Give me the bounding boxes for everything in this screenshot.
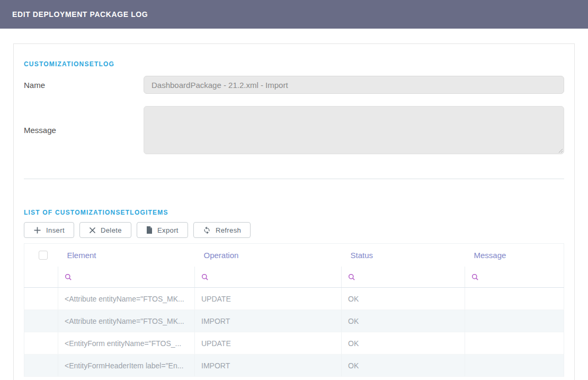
cell-operation: UPDATE [195,288,342,310]
page-title: EDIT DEPLOYMENT PACKAGE LOG [12,10,148,19]
column-header-operation[interactable]: Operation [195,244,342,267]
cell-status: OK [342,355,465,377]
cell-status: OK [342,310,465,332]
table-filter-row [24,267,564,288]
refresh-button-label: Refresh [216,226,241,234]
column-header-status[interactable]: Status [342,244,465,267]
edit-form-panel: CUSTOMIZATIONSETLOG Name Message LIST OF… [13,43,575,380]
plus-icon [33,226,41,234]
delete-button-label: Delete [101,226,122,234]
cell-element: <EntityForm entityName="FTOS_... [58,332,195,355]
select-all-checkbox[interactable] [39,251,48,260]
filter-input-message[interactable] [465,267,564,288]
grid-toolbar: Insert Delete Export Refresh [24,222,564,238]
table-header-row: Element Operation Status Message [24,244,564,267]
filter-input-element[interactable] [58,267,195,288]
name-input [144,76,564,94]
search-icon [348,273,355,281]
insert-button-label: Insert [46,226,65,234]
cell-message [465,355,564,377]
search-icon [65,273,72,281]
cell-message [465,332,564,355]
page-header: EDIT DEPLOYMENT PACKAGE LOG [0,0,588,29]
section-divider [24,179,564,179]
message-label: Message [24,126,144,135]
filter-input-operation[interactable] [195,267,342,288]
table-row[interactable]: <Attribute entityName="FTOS_MK... UPDATE… [24,288,564,310]
row-select-cell[interactable] [24,355,58,377]
row-select-cell[interactable] [24,288,58,310]
cell-status: OK [342,288,465,310]
export-button[interactable]: Export [137,222,188,238]
table-row[interactable]: <EntityFormHeaderItem label="En... IMPOR… [24,355,564,377]
cell-operation: IMPORT [195,310,342,332]
insert-button[interactable]: Insert [24,222,74,238]
message-textarea-wrap [144,106,564,154]
row-select-cell[interactable] [24,310,58,332]
row-select-cell[interactable] [24,332,58,355]
filter-input-status[interactable] [342,267,465,288]
cell-element: <EntityFormHeaderItem label="En... [58,355,195,377]
column-header-message[interactable]: Message [465,244,564,267]
table-row[interactable]: <EntityForm entityName="FTOS_... UPDATE … [24,332,564,355]
section-title-logitems: LIST OF CUSTOMIZATIONSETLOGITEMS [24,209,564,216]
message-field-row: Message [24,106,564,154]
cell-message [465,288,564,310]
x-icon [89,227,96,234]
cell-message [465,310,564,332]
logitems-table: Element Operation Status Message [24,243,564,377]
delete-button[interactable]: Delete [79,222,131,238]
message-textarea[interactable] [144,106,564,154]
cell-status: OK [342,332,465,355]
name-field-row: Name [24,76,564,94]
export-button-label: Export [157,226,179,234]
cell-operation: UPDATE [195,332,342,355]
refresh-icon [203,226,211,234]
filter-cell-empty [24,267,58,288]
section-title-customizationsetlog: CUSTOMIZATIONSETLOG [24,60,564,68]
search-icon [201,273,209,281]
cell-operation: IMPORT [195,355,342,377]
column-header-element[interactable]: Element [58,244,195,267]
name-label: Name [24,81,144,90]
refresh-button[interactable]: Refresh [193,222,251,238]
cell-element: <Attribute entityName="FTOS_MK... [58,288,195,310]
file-icon [146,226,153,234]
search-icon [471,273,479,281]
cell-element: <Attribute entityName="FTOS_MK... [58,310,195,332]
table-row[interactable]: <Attribute entityName="FTOS_MK... IMPORT… [24,310,564,332]
